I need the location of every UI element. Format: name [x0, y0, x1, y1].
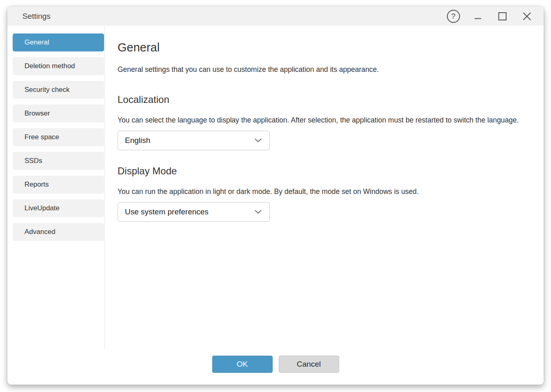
- help-icon: ?: [447, 10, 460, 23]
- sidebar-item-liveupdate[interactable]: LiveUpdate: [13, 199, 104, 217]
- close-button[interactable]: [520, 9, 534, 23]
- maximize-button[interactable]: [495, 9, 509, 23]
- sidebar-item-deletion-method[interactable]: Deletion method: [13, 57, 104, 75]
- language-dropdown-value: English: [125, 136, 150, 145]
- cancel-button[interactable]: Cancel: [279, 356, 339, 373]
- sidebar-item-general[interactable]: General: [13, 33, 104, 51]
- sidebar-item-ssds[interactable]: SSDs: [13, 152, 104, 170]
- section-title-localization: Localization: [118, 94, 529, 105]
- section-title-display-mode: Display Mode: [118, 165, 529, 177]
- ok-button[interactable]: OK: [212, 356, 273, 373]
- minimize-icon: [473, 12, 482, 21]
- help-button[interactable]: ?: [446, 9, 460, 23]
- minimize-button[interactable]: [471, 9, 485, 23]
- maximize-icon: [498, 12, 507, 21]
- chevron-down-icon: [255, 138, 262, 143]
- sidebar-divider: [104, 26, 105, 349]
- sidebar-item-reports[interactable]: Reports: [13, 176, 104, 194]
- display-mode-dropdown[interactable]: Use system preferences: [118, 202, 270, 222]
- dialog-footer: OK Cancel: [7, 356, 544, 373]
- page-description: General settings that you can use to cus…: [118, 64, 529, 75]
- section-description-localization: You can select the language to display t…: [118, 114, 526, 126]
- sidebar-item-browser[interactable]: Browser: [13, 105, 104, 122]
- display-mode-dropdown-value: Use system preferences: [125, 207, 209, 216]
- language-dropdown[interactable]: English: [118, 131, 270, 150]
- close-icon: [522, 11, 532, 21]
- page-title: General: [118, 41, 529, 54]
- settings-window: Settings ? Gen: [7, 7, 544, 385]
- titlebar-controls: ?: [446, 9, 534, 23]
- section-description-display-mode: You can run the application in light or …: [118, 186, 526, 197]
- sidebar-nav: General Deletion method Security check B…: [7, 26, 104, 247]
- settings-content: General General settings that you can us…: [118, 26, 529, 222]
- chevron-down-icon: [255, 210, 262, 214]
- sidebar-item-security-check[interactable]: Security check: [13, 81, 104, 99]
- titlebar: Settings ?: [7, 7, 544, 26]
- window-title: Settings: [22, 12, 51, 21]
- sidebar-item-free-space[interactable]: Free space: [13, 128, 104, 146]
- sidebar-item-advanced[interactable]: Advanced: [13, 223, 104, 241]
